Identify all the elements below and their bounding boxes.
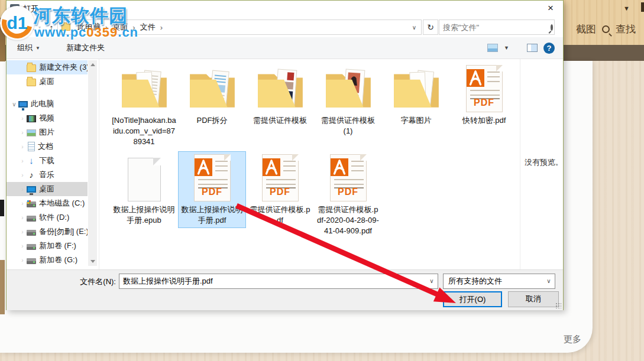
find-magnifier-icon [602,25,610,33]
drive-icon [27,244,36,250]
sidebar-divider [99,59,99,269]
scroll-down-icon[interactable] [88,257,97,266]
filetype-combobox[interactable]: 所有支持的文件 ∨ [443,274,555,289]
search-icon[interactable] [551,24,553,31]
resize-grip[interactable] [555,303,561,308]
scroll-up-icon[interactable] [88,60,97,69]
folder-icon [255,65,306,112]
file-list: [NoTitle]haokan.baidu.com_v_vid=8789341 … [102,59,526,269]
drive-icon [27,216,36,222]
organize-menu-button[interactable]: 组织 ▼ [11,43,46,53]
file-tile-subtitle-images-folder[interactable]: 字幕图片 [383,63,449,128]
pdf-file-icon: PDF [194,154,231,201]
file-tile-manual-pdf-selected[interactable]: PDF 数据上报操作说明手册.pdf [179,152,245,227]
file-name: [NoTitle]haokan.baidu.com_v_vid=8789341 [111,115,177,149]
open-button[interactable]: 打开(O) [443,291,502,307]
chevron-collapsed-icon[interactable]: › [18,129,27,136]
file-name: 需提供证件模板.pdf-2020-04-28-09-41-04-909.pdf [315,204,381,238]
pdf-file-icon: PDF [262,154,299,201]
dialog-footer: 文件名(N): ∨ 所有支持的文件 ∨ 打开(O) 取消 [7,269,563,310]
sidebar-item-drive-d[interactable]: › 软件 (D:) [7,210,88,225]
sidebar-scrollbar[interactable] [88,60,97,266]
sidebar-item-drive-g[interactable]: › 新加卷 (G:) [7,253,88,267]
chevron-collapsed-icon[interactable]: › [18,115,27,122]
refresh-button[interactable]: ↻ [423,19,438,35]
file-tile-id-template-dated-pdf[interactable]: PDF 需提供证件模板.pdf-2020-04-28-09-41-04-909.… [315,152,381,238]
dialog-title: 打开 [23,4,38,14]
cancel-button[interactable]: 取消 [508,291,559,307]
recent-locations-icon[interactable]: ▾ [38,25,44,30]
new-folder-button[interactable]: 新建文件夹 [60,43,111,53]
sidebar-item-this-pc[interactable]: ∨ 此电脑 [7,97,88,111]
sidebar-item-videos[interactable]: › 视频 [7,111,88,125]
file-name: 字幕图片 [383,115,449,128]
file-tile-id-template-pdf[interactable]: PDF 需提供证件模板.pdf [247,152,313,227]
background-left-mark [0,200,4,216]
file-name: 数据上报操作说明手册.pdf [179,204,245,227]
filetype-dropdown-icon: ∨ [543,274,555,288]
back-button[interactable]: ← [10,22,24,32]
chevron-collapsed-icon[interactable]: › [18,214,27,221]
file-name: 需提供证件模板.pdf [247,204,313,227]
folder-icon [187,65,238,112]
file-tile-pdf-encrypt[interactable]: PDF 快转加密.pdf [451,63,517,128]
file-name: 数据上报操作说明手册.epub [111,204,177,227]
folder-icon [323,65,374,112]
background-menu-caret-icon[interactable]: ▼ [623,5,630,12]
chevron-collapsed-icon[interactable]: › [18,257,27,264]
breadcrumb-this-pc[interactable]: 此电脑 [74,22,104,32]
sidebar-item-desktop-folder[interactable]: 桌面 [7,74,88,89]
dialog-icon [10,4,20,14]
preview-pane-icon[interactable] [527,44,538,52]
pdf-file-icon: PDF [466,65,503,112]
file-tile-id-templates-1-folder[interactable]: 需提供证件模板 (1) [315,63,381,138]
address-bar[interactable]: 此电脑 › 桌面 › 文件 › ∨ [57,19,422,35]
file-name: PDF拆分 [179,115,245,128]
breadcrumb-separator-icon: › [159,23,164,32]
filetype-value: 所有支持的文件 [444,276,543,287]
chevron-collapsed-icon[interactable]: › [18,229,27,235]
view-thumbnails-icon[interactable] [487,44,498,52]
sidebar-item-desktop[interactable]: › 桌面 [7,182,88,196]
file-name: 需提供证件模板 [247,115,313,128]
sidebar-item-pictures[interactable]: › 图片 [7,125,88,139]
chevron-expanded-icon[interactable]: ∨ [10,101,18,108]
sidebar-item-documents[interactable]: › 文档 [7,139,88,154]
sidebar-item-drive-f[interactable]: › 新加卷 (F:) [7,239,88,253]
search-input[interactable] [439,23,551,32]
filename-dropdown-icon[interactable]: ∨ [426,274,438,288]
chevron-collapsed-icon[interactable]: › [18,200,27,207]
more-button[interactable]: 更多 [564,334,581,345]
sidebar-item-downloads[interactable]: › ↓ 下载 [7,154,88,168]
chevron-collapsed-icon[interactable]: › [18,186,27,193]
file-tile-manual-epub[interactable]: 数据上报操作说明手册.epub [111,152,177,227]
file-tile-haokan-folder[interactable]: [NoTitle]haokan.baidu.com_v_vid=8789341 [111,63,177,149]
help-icon[interactable]: ? [543,43,555,54]
address-dropdown-icon[interactable]: ∨ [407,24,421,31]
close-icon[interactable]: × [543,2,558,15]
music-icon: ♪ [27,170,36,180]
chevron-collapsed-icon[interactable]: › [18,172,27,178]
sidebar-item-new-folder-3[interactable]: 新建文件夹 (3) [7,60,88,74]
chevron-collapsed-icon[interactable]: › [18,243,27,249]
chevron-collapsed-icon[interactable]: › [18,144,27,150]
new-folder-label: 新建文件夹 [66,43,105,53]
forward-button[interactable]: → [24,22,38,32]
find-button[interactable]: 查找 [616,22,636,36]
filename-label: 文件名(N): [7,277,116,287]
up-button[interactable]: ↑ [44,22,59,32]
file-tile-id-templates-folder[interactable]: 需提供证件模板 [247,63,313,128]
filename-input[interactable] [119,274,426,288]
sidebar-item-local-disk-c[interactable]: › 本地磁盘 (C:) [7,196,88,210]
sidebar-item-music[interactable]: › ♪ 音乐 [7,168,88,182]
breadcrumb-desktop[interactable]: 桌面 [109,22,131,32]
view-dropdown-icon[interactable]: ▼ [504,45,509,51]
breadcrumb-files[interactable]: 文件 [137,22,159,32]
file-tile-pdf-split-folder[interactable]: PDF拆分 [179,63,245,128]
downloads-icon: ↓ [27,156,36,165]
sidebar-item-drive-e[interactable]: › 备份[勿删] (E:) [7,225,88,239]
filename-combobox: ∨ [119,274,438,289]
drive-icon [27,258,36,264]
chevron-collapsed-icon[interactable]: › [18,158,27,164]
screenshot-button[interactable]: 截图 [576,22,596,36]
